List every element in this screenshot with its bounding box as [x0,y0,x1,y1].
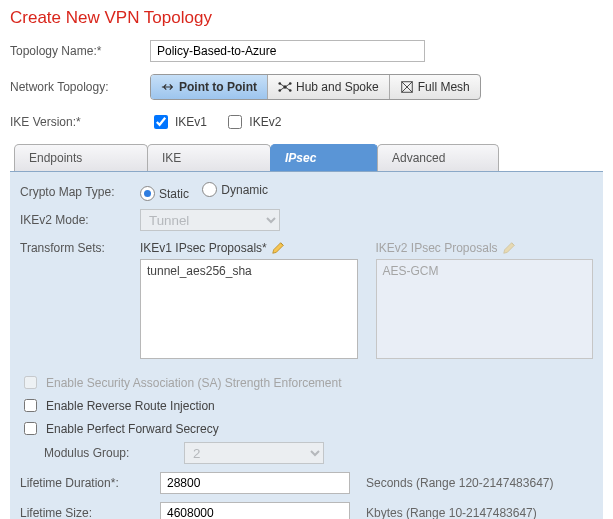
label-lifetime-duration: Lifetime Duration*: [20,476,160,490]
label-network-topology: Network Topology: [10,80,150,94]
label-pfs: Enable Perfect Forward Secrecy [46,422,219,436]
segment-full-mesh[interactable]: Full Mesh [390,75,480,99]
ikev1-proposals-label: IKEv1 IPsec Proposals* [140,241,267,255]
tab-endpoints[interactable]: Endpoints [14,144,148,171]
select-ikev2-mode: Tunnel [140,209,280,231]
ikev1-proposal-item[interactable]: tunnel_aes256_sha [147,264,351,278]
radio-static-label: Static [159,187,189,201]
tab-advanced[interactable]: Advanced [377,144,499,171]
radio-static-dot [140,186,155,201]
tab-ipsec[interactable]: IPsec [270,144,378,171]
label-lifetime-size: Lifetime Size: [20,506,160,519]
segment-ptp-label: Point to Point [179,80,257,94]
segment-hub-label: Hub and Spoke [296,80,379,94]
checkbox-pfs[interactable] [24,422,37,435]
checkbox-ikev2[interactable]: IKEv2 [224,112,281,132]
label-topology-name: Topology Name:* [10,44,150,58]
lifetime-size-input[interactable] [160,502,350,519]
radio-dynamic-dot [202,182,217,197]
ipsec-panel: Crypto Map Type: Static Dynamic IKEv2 Mo… [10,171,603,519]
pencil-icon [502,241,516,255]
ikev1-proposals-list[interactable]: tunnel_aes256_sha [140,259,358,359]
checkbox-ikev2-input[interactable] [228,115,242,129]
lifetime-duration-input[interactable] [160,472,350,494]
checkbox-rri[interactable] [24,399,37,412]
hub-and-spoke-icon [278,80,292,94]
ikev2-proposals-list: AES-GCM [376,259,594,359]
radio-dynamic-label: Dynamic [221,183,268,197]
checkbox-ikev1-input[interactable] [154,115,168,129]
checkbox-sa-enforce [24,376,37,389]
radio-static[interactable]: Static [140,186,189,201]
label-transform-sets: Transform Sets: [20,241,140,255]
checkbox-ikev2-label: IKEv2 [249,115,281,129]
ikev2-proposals-label: IKEv2 IPsec Proposals [376,241,498,255]
label-sa-enforce: Enable Security Association (SA) Strengt… [46,376,341,390]
full-mesh-icon [400,80,414,94]
segment-hub-and-spoke[interactable]: Hub and Spoke [268,75,390,99]
pencil-icon[interactable] [271,241,285,255]
point-to-point-icon [161,80,175,94]
checkbox-ikev1-label: IKEv1 [175,115,207,129]
label-ikev2-mode: IKEv2 Mode: [20,213,140,227]
tabs: Endpoints IKE IPsec Advanced [10,144,603,171]
label-ike-version: IKE Version:* [10,115,150,129]
network-topology-group: Point to Point Hub and Spoke Full Mesh [150,74,481,100]
segment-full-label: Full Mesh [418,80,470,94]
select-modulus-group: 2 [184,442,324,464]
label-rri: Enable Reverse Route Injection [46,399,215,413]
radio-dynamic[interactable]: Dynamic [202,182,268,197]
checkbox-ikev1[interactable]: IKEv1 [150,112,207,132]
topology-name-input[interactable] [150,40,425,62]
label-modulus-group: Modulus Group: [20,446,184,460]
tab-ike[interactable]: IKE [147,144,271,171]
ikev2-proposal-item: AES-GCM [383,264,587,278]
page-title: Create New VPN Topology [10,8,603,28]
segment-point-to-point[interactable]: Point to Point [151,75,268,99]
lifetime-size-unit: Kbytes (Range 10-2147483647) [366,506,537,519]
label-crypto-map-type: Crypto Map Type: [20,185,140,199]
lifetime-duration-unit: Seconds (Range 120-2147483647) [366,476,553,490]
